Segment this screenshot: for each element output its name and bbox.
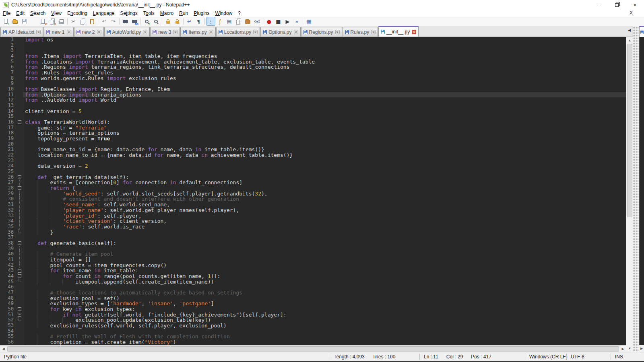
tab-close-icon[interactable]: × bbox=[412, 30, 416, 34]
secondary-view-tab[interactable] bbox=[639, 26, 644, 37]
status-encoding[interactable]: UTF-8 bbox=[566, 354, 611, 360]
menu-item-run[interactable]: Run bbox=[176, 10, 191, 16]
tab-close-icon[interactable]: × bbox=[371, 30, 376, 34]
fold-collapse-icon[interactable] bbox=[16, 241, 23, 246]
fold-collapse-icon[interactable] bbox=[16, 312, 23, 318]
macro-stop-icon[interactable]: ■ bbox=[274, 17, 283, 25]
secondary-view-editor[interactable] bbox=[639, 37, 644, 345]
code-line-6[interactable]: 6from .Regions import terraria_regions, … bbox=[0, 64, 626, 70]
code-line-42[interactable]: 42 pool_counts = item_frequencies.copy() bbox=[0, 263, 626, 268]
save-all-icon[interactable] bbox=[29, 17, 38, 25]
code-line-17[interactable]: 17 game: str = "Terraria" bbox=[0, 125, 626, 131]
code-line-29[interactable]: 29 'world_seed': self.world.slot_seeds[s… bbox=[0, 191, 626, 197]
code-line-16[interactable]: 16class TerrariaWorld(World): bbox=[0, 119, 626, 125]
code-line-10[interactable]: 10from BaseClasses import Region, Entran… bbox=[0, 86, 626, 92]
macro-play-icon[interactable]: ▶ bbox=[283, 17, 292, 25]
code-line-12[interactable]: 12from ..AutoWorld import World bbox=[0, 97, 626, 103]
tab-close-icon[interactable]: × bbox=[253, 30, 258, 34]
code-line-41[interactable]: 41 itempool = [] bbox=[0, 257, 626, 263]
menu-item-search[interactable]: Search bbox=[27, 10, 48, 16]
show-all-chars-icon[interactable]: ¶ bbox=[194, 17, 203, 25]
code-line-28[interactable]: 28 return { bbox=[0, 185, 626, 191]
tab-close-icon[interactable]: × bbox=[335, 30, 340, 34]
code-line-1[interactable]: 1import os bbox=[0, 37, 626, 43]
document-list-icon[interactable] bbox=[234, 17, 243, 25]
code-line-56[interactable]: 56 completion = self.create_item("Victor… bbox=[0, 339, 626, 345]
view-splitter[interactable] bbox=[633, 26, 639, 352]
code-line-8[interactable]: 8from worlds.generic.Rules import exclus… bbox=[0, 76, 626, 81]
paste-icon[interactable] bbox=[88, 17, 96, 25]
code-line-40[interactable]: 40 # Generate item pool bbox=[0, 251, 626, 257]
code-line-18[interactable]: 18 options = terraria_options bbox=[0, 130, 626, 136]
close-file-icon[interactable]: x bbox=[39, 17, 47, 25]
scroll-left-icon[interactable]: ◀ bbox=[0, 347, 7, 351]
code-line-32[interactable]: 32 'player_name': self.world.get_player_… bbox=[0, 208, 626, 213]
macro-run-multi-icon[interactable]: » bbox=[293, 17, 301, 25]
status-insert-mode[interactable]: INS bbox=[611, 354, 644, 360]
new-file-icon[interactable]: + bbox=[2, 17, 10, 25]
redo-icon[interactable]: ↷ bbox=[109, 17, 118, 25]
code-line-33[interactable]: 33 'player_id': self.player, bbox=[0, 213, 626, 219]
status-eol-format[interactable]: Windows (CR LF) bbox=[525, 354, 566, 360]
tab-items-py[interactable]: Items.py× bbox=[180, 27, 215, 37]
scroll-up-icon[interactable]: ▲ bbox=[628, 37, 632, 44]
code-line-43[interactable]: 43 for item_name in item_table: bbox=[0, 268, 626, 274]
fold-collapse-icon[interactable] bbox=[16, 175, 23, 180]
fold-collapse-icon[interactable] bbox=[16, 268, 23, 274]
code-line-54[interactable]: 54 bbox=[0, 329, 626, 334]
document-map-icon[interactable]: ▤ bbox=[225, 17, 233, 25]
code-line-14[interactable]: 14client_version = 5 bbox=[0, 109, 626, 114]
secondary-scroll-right-icon[interactable]: ▶ bbox=[639, 345, 644, 352]
close-button[interactable]: × bbox=[626, 0, 644, 10]
tab-new-1[interactable]: new 1× bbox=[43, 27, 73, 37]
code-line-22[interactable]: 22 location_name_to_id = {name: data.id … bbox=[0, 152, 626, 158]
menu-item-?[interactable]: ? bbox=[235, 10, 244, 16]
tab--init-py[interactable]: __init__.py× bbox=[378, 26, 419, 37]
code-editor[interactable]: 1import os234from .Items import Terraria… bbox=[0, 37, 626, 345]
code-line-2[interactable]: 2 bbox=[0, 43, 626, 48]
code-line-19[interactable]: 19 topology_present = True bbox=[0, 136, 626, 142]
fold-collapse-icon[interactable] bbox=[16, 185, 23, 191]
code-line-49[interactable]: 49 exclusion_types = ['hardmode', 'insan… bbox=[0, 301, 626, 306]
tab-close-icon[interactable]: × bbox=[209, 30, 213, 34]
code-line-23[interactable]: 23 bbox=[0, 158, 626, 164]
fold-collapse-icon[interactable] bbox=[16, 306, 23, 312]
code-line-53[interactable]: 53 exclusion_rules(self.world, self.play… bbox=[0, 323, 626, 329]
restore-button[interactable] bbox=[608, 0, 626, 10]
code-line-20[interactable]: 20 bbox=[0, 142, 626, 147]
code-line-9[interactable]: 9 bbox=[0, 81, 626, 86]
menu-item-encoding[interactable]: Encoding bbox=[64, 10, 90, 16]
code-line-3[interactable]: 3 bbox=[0, 48, 626, 53]
code-line-26[interactable]: 26 def _get_terraria_data(self): bbox=[0, 175, 626, 180]
tab-close-icon[interactable]: × bbox=[67, 30, 71, 34]
menu-item-settings[interactable]: Settings bbox=[117, 10, 140, 16]
code-line-30[interactable]: 30 # consistent and doesn't interfere wi… bbox=[0, 196, 626, 202]
code-line-36[interactable]: 36 } bbox=[0, 230, 626, 235]
tab-regions-py[interactable]: Regions.py× bbox=[301, 27, 342, 37]
function-list-icon[interactable]: ƒ bbox=[216, 17, 224, 25]
code-line-44[interactable]: 44 for count in range(pool_counts.get(it… bbox=[0, 274, 626, 279]
tab-options-py[interactable]: Options.py× bbox=[260, 27, 300, 37]
tab-locations-py[interactable]: Locations.py× bbox=[216, 27, 260, 37]
menu-item-window[interactable]: Window bbox=[213, 10, 235, 16]
close-all-icon[interactable]: x bbox=[48, 17, 56, 25]
copy-icon[interactable] bbox=[78, 17, 87, 25]
menu-item-macro[interactable]: Macro bbox=[157, 10, 176, 16]
minimize-button[interactable] bbox=[590, 0, 608, 10]
code-line-24[interactable]: 24 data_version = 2 bbox=[0, 163, 626, 169]
zoom-out-icon[interactable]: − bbox=[152, 17, 160, 25]
tab-scroll-left-icon[interactable]: ◀ bbox=[628, 28, 631, 32]
code-line-27[interactable]: 27 exits = [connection[0] for connection… bbox=[0, 180, 626, 185]
tab-new-2[interactable]: new 2× bbox=[74, 27, 104, 37]
tab-rules-py[interactable]: Rules.py× bbox=[343, 27, 378, 37]
open-file-icon[interactable] bbox=[11, 17, 19, 25]
find-icon[interactable] bbox=[121, 17, 130, 25]
sync-horizontal-icon[interactable] bbox=[173, 17, 182, 25]
code-line-4[interactable]: 4from .Items import TerrariaItem, item_t… bbox=[0, 53, 626, 59]
save-file-icon[interactable] bbox=[20, 17, 29, 25]
word-wrap-icon[interactable]: ↵ bbox=[185, 17, 194, 25]
tab-close-icon[interactable]: × bbox=[143, 30, 147, 34]
code-line-46[interactable]: 46 bbox=[0, 284, 626, 290]
fold-collapse-icon[interactable] bbox=[16, 119, 23, 125]
folder-workspace-icon[interactable] bbox=[244, 17, 252, 25]
